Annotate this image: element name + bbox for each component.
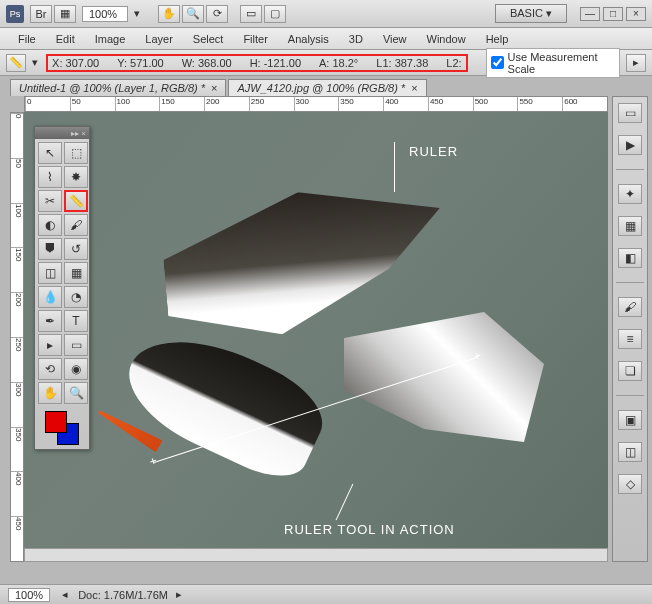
menu-image[interactable]: Image: [85, 31, 136, 47]
measurement-scale-input[interactable]: [491, 56, 504, 69]
bridge-button[interactable]: Br: [30, 5, 52, 23]
styles-panel-icon[interactable]: ▣: [618, 410, 642, 430]
layers-panel-icon[interactable]: ◧: [618, 248, 642, 268]
color-swatches: [35, 407, 89, 449]
actions-panel-icon[interactable]: ▶: [618, 135, 642, 155]
path-select-tool[interactable]: ▸: [38, 334, 62, 356]
status-bar: 100% ◂ Doc: 1.76M/1.76M ▸: [0, 584, 652, 604]
brushes-panel-icon[interactable]: 🖌: [618, 297, 642, 317]
stamp-tool[interactable]: ⛊: [38, 238, 62, 260]
spot-heal-tool[interactable]: ◐: [38, 214, 62, 236]
shape-tool[interactable]: ▭: [64, 334, 88, 356]
close-tab-icon[interactable]: ×: [411, 82, 417, 94]
status-menu-icon[interactable]: ▸: [176, 588, 182, 601]
readout-x: X: 307.00: [52, 57, 99, 69]
close-tab-icon[interactable]: ×: [211, 82, 217, 94]
quick-select-tool[interactable]: ✸: [64, 166, 88, 188]
status-zoom[interactable]: 100%: [8, 588, 50, 602]
zoom-tool-button[interactable]: 🔍: [182, 5, 204, 23]
menu-edit[interactable]: Edit: [46, 31, 85, 47]
right-panel-dock[interactable]: ▭ ▶ ✦ ▦ ◧ 🖌 ≡ ❏ ▣ ◫ ◇: [612, 96, 648, 562]
dropdown-icon[interactable]: ▾: [32, 56, 38, 69]
readout-w: W: 368.00: [182, 57, 232, 69]
3d-rotate-tool[interactable]: ⟲: [38, 358, 62, 380]
horizontal-ruler: 050100150200250300350400450500550600: [24, 96, 608, 112]
history-panel-icon[interactable]: ▭: [618, 103, 642, 123]
foreground-color[interactable]: [45, 411, 67, 433]
options-bar: 📏 ▾ X: 307.00 Y: 571.00 W: 368.00 H: -12…: [0, 50, 652, 76]
annotation-action-label: RULER TOOL IN ACTION: [284, 522, 455, 537]
use-measurement-scale-checkbox[interactable]: Use Measurement Scale: [486, 48, 620, 78]
menu-file[interactable]: File: [8, 31, 46, 47]
readout-h: H: -121.00: [250, 57, 301, 69]
crop-tool[interactable]: ✂: [38, 190, 62, 212]
readout-l2: L2:: [446, 57, 461, 69]
bird-photo: [104, 192, 524, 492]
app-icon: Ps: [6, 5, 24, 23]
menu-analysis[interactable]: Analysis: [278, 31, 339, 47]
eraser-tool[interactable]: ◫: [38, 262, 62, 284]
readout-y: Y: 571.00: [117, 57, 164, 69]
canvas[interactable]: RULER RULER TOOL IN ACTION: [24, 112, 608, 562]
readout-l1: L1: 387.38: [376, 57, 428, 69]
hand-tool-button[interactable]: ✋: [158, 5, 180, 23]
blur-tool[interactable]: 💧: [38, 286, 62, 308]
history-brush-tool[interactable]: ↺: [64, 238, 88, 260]
menu-view[interactable]: View: [373, 31, 417, 47]
zoom-tool[interactable]: 🔍: [64, 382, 88, 404]
ruler-tool[interactable]: 📏: [64, 190, 88, 212]
screen-mode-button[interactable]: ▢: [264, 5, 286, 23]
menu-window[interactable]: Window: [417, 31, 476, 47]
measurement-readout: X: 307.00 Y: 571.00 W: 368.00 H: -121.00…: [46, 54, 467, 72]
workspace: 050100150200250300350400450500550600 050…: [0, 96, 652, 586]
status-chevron-icon[interactable]: ◂: [62, 588, 68, 601]
arrange-docs-button[interactable]: ▭: [240, 5, 262, 23]
tools-panel[interactable]: ▸▸× ↖ ⬚ ⌇ ✸ ✂ 📏 ◐ 🖌 ⛊ ↺ ◫ ▦ 💧 ◔ ✒ T ▸ ▭ …: [34, 126, 90, 450]
menu-layer[interactable]: Layer: [135, 31, 183, 47]
document-tab[interactable]: Untitled-1 @ 100% (Layer 1, RGB/8) *×: [10, 79, 226, 96]
vertical-ruler: 050100150200250300350400450: [10, 112, 24, 562]
move-tool[interactable]: ↖: [38, 142, 62, 164]
menu-filter[interactable]: Filter: [233, 31, 277, 47]
annotation-ruler-label: RULER: [409, 144, 458, 159]
zoom-level[interactable]: 100%: [82, 6, 128, 22]
pen-tool[interactable]: ✒: [38, 310, 62, 332]
hand-tool[interactable]: ✋: [38, 382, 62, 404]
title-bar: Ps Br ▦ 100% ▾ ✋ 🔍 ⟳ ▭ ▢ BASIC ▾ — □ ×: [0, 0, 652, 28]
dodge-tool[interactable]: ◔: [64, 286, 88, 308]
lasso-tool[interactable]: ⌇: [38, 166, 62, 188]
measurement-scale-label: Use Measurement Scale: [508, 51, 615, 75]
swatches-panel-icon[interactable]: ▦: [618, 216, 642, 236]
options-overflow-button[interactable]: ▸: [626, 54, 646, 72]
type-tool[interactable]: T: [64, 310, 88, 332]
document-tab-bar: Untitled-1 @ 100% (Layer 1, RGB/8) *× AJ…: [0, 76, 652, 96]
gradient-tool[interactable]: ▦: [64, 262, 88, 284]
menu-select[interactable]: Select: [183, 31, 234, 47]
paths-panel-icon[interactable]: ◇: [618, 474, 642, 494]
status-doc-info[interactable]: Doc: 1.76M/1.76M: [78, 589, 168, 601]
navigator-panel-icon[interactable]: ✦: [618, 184, 642, 204]
grid-view-button[interactable]: ▦: [54, 5, 76, 23]
3d-orbit-tool[interactable]: ◉: [64, 358, 88, 380]
zoom-dropdown-icon[interactable]: ▾: [134, 7, 140, 20]
char-panel-icon[interactable]: ≡: [618, 329, 642, 349]
channels-panel-icon[interactable]: ◫: [618, 442, 642, 462]
paragraph-panel-icon[interactable]: ❏: [618, 361, 642, 381]
workspace-switcher[interactable]: BASIC ▾: [495, 4, 567, 23]
tools-panel-header[interactable]: ▸▸×: [35, 127, 89, 139]
document-tab[interactable]: AJW_4120.jpg @ 100% (RGB/8) *×: [228, 79, 426, 96]
minimize-button[interactable]: —: [580, 7, 600, 21]
brush-tool[interactable]: 🖌: [64, 214, 88, 236]
close-button[interactable]: ×: [626, 7, 646, 21]
annotation-line: [394, 142, 395, 192]
menu-help[interactable]: Help: [476, 31, 519, 47]
marquee-tool[interactable]: ⬚: [64, 142, 88, 164]
maximize-button[interactable]: □: [603, 7, 623, 21]
readout-a: A: 18.2°: [319, 57, 358, 69]
horizontal-scrollbar[interactable]: [24, 548, 608, 562]
menu-3d[interactable]: 3D: [339, 31, 373, 47]
rotate-view-button[interactable]: ⟳: [206, 5, 228, 23]
ruler-tool-icon[interactable]: 📏: [6, 54, 26, 72]
